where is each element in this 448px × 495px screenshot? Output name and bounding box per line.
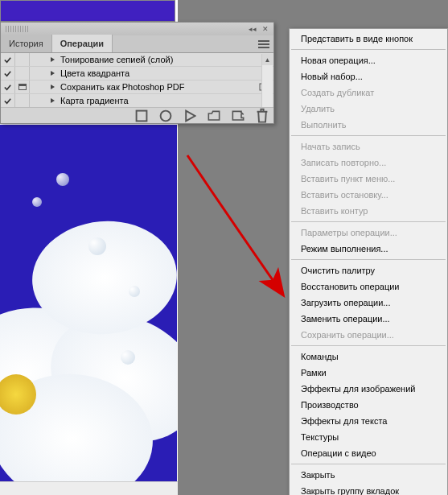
svg-point-2 bbox=[161, 110, 171, 121]
vertical-scrollbar[interactable]: ▲ bbox=[261, 54, 273, 108]
menu-item[interactable]: Эффекты для изображений bbox=[290, 381, 447, 397]
panel-menu-button[interactable] bbox=[254, 36, 273, 52]
menu-item[interactable]: Представить в виде кнопок bbox=[290, 31, 447, 47]
menu-separator bbox=[291, 221, 446, 222]
new-action-button[interactable] bbox=[232, 110, 245, 122]
collapse-left-icon[interactable]: ◂◂ bbox=[248, 25, 257, 33]
menu-item[interactable]: Эффекты для текста bbox=[290, 413, 447, 429]
hamburger-icon bbox=[258, 40, 269, 48]
menu-item: Вставить остановку... bbox=[290, 187, 447, 203]
dialog-toggle[interactable] bbox=[15, 94, 30, 107]
menu-item[interactable]: Заменить операции... bbox=[290, 311, 447, 327]
toggle-checkbox[interactable] bbox=[1, 94, 15, 107]
actions-list: Тонирование сепией (слой)Цвета квадранта… bbox=[1, 53, 273, 108]
menu-separator bbox=[291, 49, 446, 50]
dialog-toggle-icon bbox=[18, 84, 27, 90]
expand-toggle[interactable] bbox=[47, 56, 57, 63]
menu-item: Удалить bbox=[290, 101, 447, 117]
menu-separator bbox=[291, 345, 446, 346]
tab-actions[interactable]: Операции bbox=[52, 35, 113, 52]
tab-history[interactable]: История bbox=[1, 35, 52, 52]
menu-item: Создать дубликат bbox=[290, 85, 447, 101]
close-icon[interactable]: ✕ bbox=[261, 25, 270, 33]
menu-item[interactable]: Команды bbox=[290, 349, 447, 365]
dialog-toggle[interactable] bbox=[15, 53, 30, 66]
action-label[interactable]: Сохранить как Photoshop PDF bbox=[57, 82, 257, 92]
new-set-button[interactable] bbox=[208, 110, 220, 122]
toggle-checkbox[interactable] bbox=[1, 80, 15, 93]
menu-item[interactable]: Закрыть bbox=[290, 467, 447, 483]
document-image bbox=[0, 125, 177, 481]
menu-item[interactable]: Новая операция... bbox=[290, 52, 447, 68]
menu-separator bbox=[291, 259, 446, 260]
menu-item: Начать запись bbox=[290, 138, 447, 155]
dialog-toggle[interactable] bbox=[15, 67, 30, 80]
menu-item: Выполнить bbox=[290, 117, 447, 133]
menu-item[interactable]: Очистить палитру bbox=[290, 262, 447, 278]
menu-item[interactable]: Закрыть группу вкладок bbox=[290, 483, 447, 495]
delete-button[interactable] bbox=[256, 110, 269, 122]
menu-item: Вставить пункт меню... bbox=[290, 171, 447, 187]
menu-item[interactable]: Рамки bbox=[290, 365, 447, 381]
svg-rect-1 bbox=[137, 110, 147, 121]
menu-item[interactable]: Загрузить операции... bbox=[290, 295, 447, 311]
action-row[interactable]: Карта градиента bbox=[1, 94, 273, 108]
action-label[interactable]: Карта градиента bbox=[57, 96, 273, 105]
record-button[interactable] bbox=[159, 110, 172, 122]
horizontal-scrollbar[interactable] bbox=[0, 481, 178, 495]
panel-tabs: История Операции bbox=[1, 35, 273, 53]
menu-item[interactable]: Режим выполнения... bbox=[290, 241, 447, 257]
expand-toggle[interactable] bbox=[47, 70, 57, 76]
action-row[interactable]: Тонирование сепией (слой) bbox=[1, 53, 273, 67]
action-label[interactable]: Тонирование сепией (слой) bbox=[57, 55, 273, 64]
toggle-checkbox[interactable] bbox=[1, 67, 15, 80]
panel-footer bbox=[1, 107, 273, 123]
actions-panel: ◂◂ ✕ История Операции Тонирование сепией… bbox=[0, 22, 274, 124]
scroll-up-icon[interactable]: ▲ bbox=[262, 54, 273, 65]
dialog-toggle[interactable] bbox=[15, 80, 30, 93]
panel-titlebar[interactable]: ◂◂ ✕ bbox=[1, 23, 273, 35]
menu-item: Параметры операции... bbox=[290, 225, 447, 241]
menu-item[interactable]: Восстановить операции bbox=[290, 278, 447, 295]
annotation-arrow bbox=[181, 149, 294, 306]
menu-separator bbox=[291, 135, 446, 136]
menu-item[interactable]: Операции с видео bbox=[290, 445, 447, 461]
expand-toggle[interactable] bbox=[47, 97, 57, 104]
menu-item: Сохранить операции... bbox=[290, 327, 447, 343]
menu-item[interactable]: Производство bbox=[290, 397, 447, 413]
panel-context-menu: Представить в виде кнопокНовая операция.… bbox=[289, 28, 448, 495]
action-label[interactable]: Цвета квадранта bbox=[57, 68, 273, 78]
menu-item[interactable]: Текстуры bbox=[290, 429, 447, 445]
menu-item: Записать повторно... bbox=[290, 155, 447, 171]
play-button[interactable] bbox=[183, 110, 196, 122]
drag-grip-icon bbox=[6, 26, 30, 32]
menu-separator bbox=[291, 464, 446, 464]
toggle-checkbox[interactable] bbox=[1, 53, 15, 66]
menu-item[interactable]: Новый набор... bbox=[290, 68, 447, 85]
action-row[interactable]: Цвета квадранта bbox=[1, 67, 273, 80]
menu-item: Вставить контур bbox=[290, 203, 447, 219]
expand-toggle[interactable] bbox=[47, 84, 57, 90]
image-top-strip bbox=[0, 0, 175, 22]
action-row[interactable]: Сохранить как Photoshop PDF bbox=[1, 80, 273, 94]
stop-button[interactable] bbox=[135, 110, 148, 122]
